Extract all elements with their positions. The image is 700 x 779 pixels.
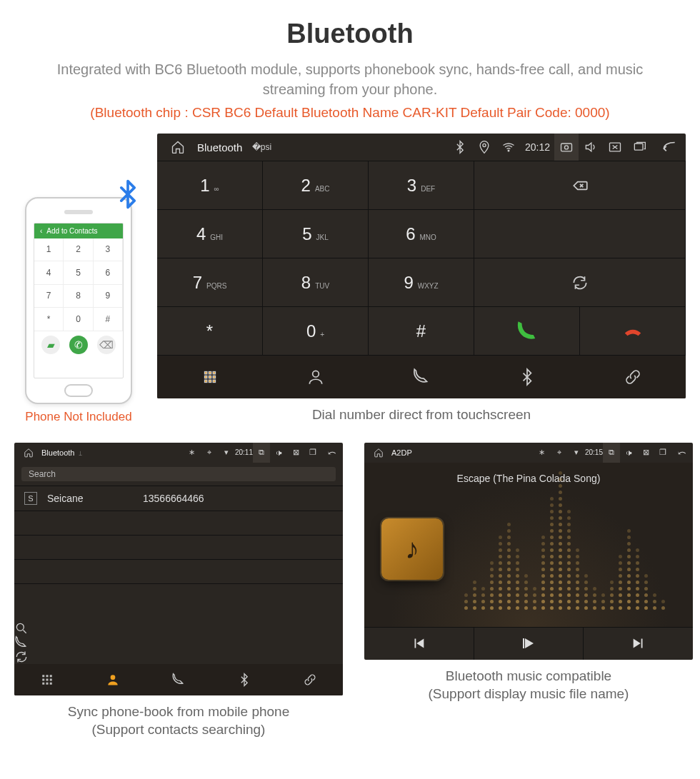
tab-history[interactable] <box>369 356 474 398</box>
key-4[interactable]: 4GHI <box>157 210 263 258</box>
svg-point-26 <box>111 675 116 680</box>
empty-cell <box>474 210 686 258</box>
play-button[interactable] <box>474 628 584 660</box>
clock-time: 20:15 <box>585 448 603 456</box>
hangup-button[interactable] <box>580 307 686 356</box>
key-0[interactable]: 0+ <box>263 307 369 356</box>
track-title: Escape (The Pina Colada Song) <box>364 463 693 484</box>
close-window-icon[interactable] <box>603 134 627 161</box>
key-5[interactable]: 5JKL <box>263 210 369 258</box>
key-3[interactable]: 3DEF <box>369 161 474 210</box>
home-icon[interactable] <box>20 448 37 458</box>
svg-point-0 <box>483 144 486 146</box>
phone-key: 4 <box>34 261 64 285</box>
back-icon[interactable]: ⤺ <box>671 443 693 463</box>
key-hash[interactable]: # <box>369 307 474 356</box>
call-icon[interactable] <box>14 635 343 650</box>
visualizer-bar <box>464 593 469 613</box>
tab-contacts[interactable] <box>263 356 369 398</box>
contact-number: 13566664466 <box>143 493 204 504</box>
device-title: Bluetooth <box>197 141 242 154</box>
recent-apps-icon[interactable]: ❐ <box>304 443 321 463</box>
redial-button[interactable] <box>474 258 686 307</box>
svg-rect-20 <box>42 678 44 680</box>
key-star[interactable]: * <box>157 307 263 356</box>
dialer-caption: Dial number direct from touchscreen <box>157 406 686 424</box>
close-window-icon[interactable]: ⊠ <box>287 443 304 463</box>
svg-rect-23 <box>42 682 44 684</box>
visualizer-bar <box>516 548 520 613</box>
call-button[interactable] <box>474 307 580 356</box>
backspace-icon: ⌫ <box>97 336 116 354</box>
next-button[interactable] <box>584 628 693 660</box>
search-input[interactable]: Search <box>21 467 336 481</box>
album-art-icon: ♪ <box>381 518 443 580</box>
svg-rect-2 <box>561 144 572 151</box>
prev-button[interactable] <box>364 628 474 660</box>
svg-rect-8 <box>213 372 215 374</box>
key-7[interactable]: 7PQRS <box>157 258 263 307</box>
visualizer-bar <box>636 548 640 613</box>
search-icon[interactable] <box>14 621 343 635</box>
visualizer-bar <box>619 555 623 613</box>
screenshot-icon[interactable]: ⧉ <box>603 443 620 463</box>
visualizer-bar <box>533 587 537 613</box>
key-8[interactable]: 8TUV <box>263 258 369 307</box>
visualizer-bar <box>601 593 606 613</box>
svg-rect-14 <box>213 380 215 382</box>
dialer-device: Bluetooth �psi 20:12 1∞2ABC3DEF4GHI5JKL6… <box>157 134 686 398</box>
screenshot-icon[interactable]: ⧉ <box>253 443 270 463</box>
volume-icon[interactable] <box>579 134 603 161</box>
svg-point-3 <box>565 146 569 149</box>
page-subtitle: Integrated with BC6 Bluetooth module, su… <box>43 59 657 99</box>
volume-icon[interactable]: 🕩 <box>620 443 637 463</box>
visualizer-bar <box>473 581 477 613</box>
back-icon: ‹ <box>40 227 42 235</box>
phone-mockup: ‹ Add to Contacts 123456789*0# ▰ ✆ ⌫ <box>25 197 132 404</box>
close-window-icon[interactable]: ⊠ <box>637 443 654 463</box>
key-9[interactable]: 9WXYZ <box>369 258 474 307</box>
tab-pair[interactable] <box>277 664 343 695</box>
svg-point-1 <box>508 150 509 151</box>
key-6[interactable]: 6MNO <box>369 210 474 258</box>
visualizer-bar <box>559 471 563 613</box>
tab-keypad[interactable] <box>14 664 80 695</box>
svg-point-15 <box>313 371 319 377</box>
visualizer-bar <box>550 497 554 613</box>
svg-rect-7 <box>209 372 211 374</box>
svg-rect-22 <box>50 678 52 680</box>
tab-bluetooth[interactable] <box>474 356 580 398</box>
sync-icon[interactable] <box>14 650 343 664</box>
contact-row[interactable]: S Seicane 13566664466 <box>14 486 343 511</box>
wifi-icon: ▾ <box>218 443 235 463</box>
tab-bluetooth[interactable] <box>211 664 277 695</box>
back-icon[interactable] <box>651 134 686 161</box>
visualizer-bar <box>584 574 589 613</box>
bluetooth-status-icon <box>448 134 472 161</box>
visualizer-bar <box>644 574 649 613</box>
recent-apps-icon[interactable]: ❐ <box>654 443 671 463</box>
location-icon: ⌖ <box>201 443 218 463</box>
visualizer-bar <box>593 587 597 613</box>
screenshot-icon[interactable] <box>554 134 579 161</box>
back-icon[interactable]: ⤺ <box>321 443 343 463</box>
recent-apps-icon[interactable] <box>627 134 651 161</box>
tab-contacts[interactable] <box>80 664 146 695</box>
visualizer-bar <box>627 529 631 613</box>
key-2[interactable]: 2ABC <box>263 161 369 210</box>
phone-key: 7 <box>34 285 64 308</box>
bluetooth-status-icon: ∗ <box>184 443 201 463</box>
key-1[interactable]: 1∞ <box>157 161 263 210</box>
visualizer-bar <box>490 561 494 613</box>
wifi-icon: ▾ <box>568 443 585 463</box>
bluetooth-status-icon: ∗ <box>534 443 551 463</box>
tab-keypad[interactable] <box>157 356 263 398</box>
volume-icon[interactable]: 🕩 <box>270 443 287 463</box>
backspace-button[interactable] <box>474 161 686 210</box>
home-icon[interactable] <box>166 140 190 154</box>
home-icon[interactable] <box>370 448 387 458</box>
visualizer-bar <box>507 523 511 613</box>
tab-history[interactable] <box>146 664 211 695</box>
tab-pair[interactable] <box>580 356 686 398</box>
svg-rect-6 <box>205 372 207 374</box>
